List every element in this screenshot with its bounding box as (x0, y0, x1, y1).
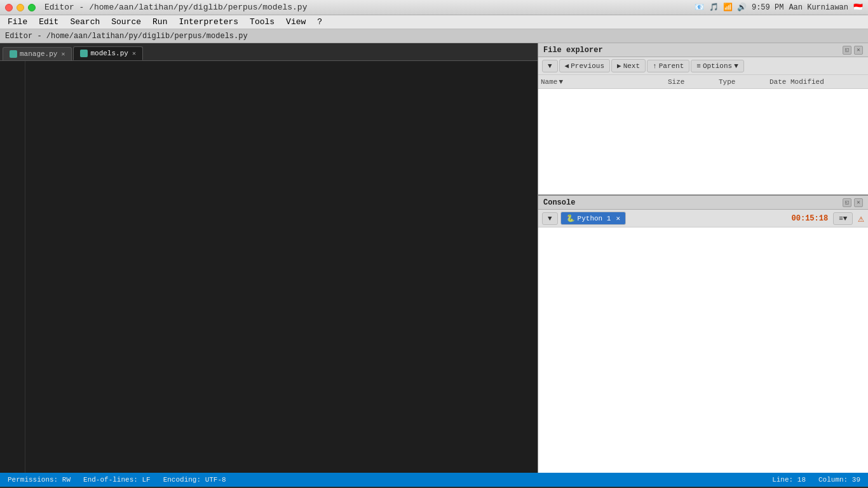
file-table-header: Name ▼ Size Type Date Modified (538, 75, 868, 89)
previous-arrow-icon: ◀ (565, 62, 569, 70)
close-button[interactable] (5, 4, 13, 11)
options-chevron-icon: ▼ (734, 62, 738, 70)
fe-restore-btn[interactable]: ◱ (843, 46, 851, 55)
options-icon: ≡ (696, 62, 701, 70)
menu-help[interactable]: ? (312, 16, 327, 28)
tab-models-py[interactable]: models.py ✕ (73, 46, 142, 60)
options-button[interactable]: ≡ Options ▼ (691, 60, 743, 72)
menu-bar: File Edit Search Source Run Interpreters… (0, 15, 868, 29)
col-date: Date Modified (770, 78, 865, 86)
file-explorer-title: File explorer (543, 46, 603, 55)
tab-manage-py[interactable]: manage.py ✕ (3, 47, 72, 60)
tab-manage-py-label: manage.py (20, 50, 57, 58)
editor-path-label: Editor - /home/aan/latihan/py/diglib/per… (5, 32, 248, 41)
editor-section: manage.py ✕ models.py ✕ (0, 43, 538, 473)
next-arrow-icon: ▶ (617, 62, 621, 70)
python-tab-label: Python 1 (578, 215, 611, 222)
file-table: Name ▼ Size Type Date Modified (538, 75, 868, 194)
next-label: Next (623, 62, 640, 70)
menu-source[interactable]: Source (106, 16, 146, 28)
console-restore-btn[interactable]: ◱ (843, 198, 851, 207)
tabs-bar: manage.py ✕ models.py ✕ (0, 43, 538, 61)
console-warning-icon: ⚠ (858, 212, 864, 225)
file-explorer-toolbar: ▼ ◀ Previous ▶ Next ↑ Parent ≡ Options ▼ (538, 57, 868, 75)
status-encoding: Encoding: UTF-8 (163, 476, 226, 484)
system-icons: 📧 🎵 📶 🔊 (695, 3, 747, 12)
tab-manage-py-close[interactable]: ✕ (61, 50, 65, 58)
editor-path: Editor - /home/aan/latihan/py/diglib/per… (0, 29, 868, 43)
col-size: Size (668, 78, 719, 86)
menu-interpreters[interactable]: Interpreters (173, 16, 243, 28)
minimize-button[interactable] (17, 4, 24, 11)
console-section: Console ◱ ✕ ▼ 🐍 Python 1 ✕ 00:15:18 ≡▼ ⚠ (538, 196, 868, 473)
tab-models-py-label: models.py (90, 50, 128, 57)
tab-models-py-close[interactable]: ✕ (132, 50, 136, 57)
col-name: Name ▼ (541, 78, 668, 86)
next-button[interactable]: ▶ Next (611, 59, 646, 72)
status-permissions: Permissions: RW (8, 476, 71, 484)
titlebar: Editor - /home/aan/latihan/py/diglib/per… (0, 0, 868, 15)
main-area: manage.py ✕ models.py ✕ File explorer ◱ … (0, 43, 868, 473)
status-column: Column: 39 (818, 476, 860, 484)
console-title: Console (543, 198, 575, 207)
system-user: Aan Kurniawan (789, 3, 848, 12)
fe-dropdown-btn[interactable]: ▼ (542, 60, 558, 72)
col-type: Type (719, 78, 770, 86)
file-explorer: File explorer ◱ ✕ ▼ ◀ Previous ▶ Next ↑ (538, 43, 868, 196)
status-eol: End-of-lines: LF (83, 476, 151, 484)
parent-arrow-icon: ↑ (653, 62, 657, 70)
console-toolbar: ▼ 🐍 Python 1 ✕ 00:15:18 ≡▼ ⚠ (538, 210, 868, 227)
parent-button[interactable]: ↑ Parent (647, 60, 689, 72)
console-time: 00:15:18 (792, 214, 829, 223)
menu-file[interactable]: File (3, 16, 32, 28)
console-close-btn[interactable]: ✕ (854, 198, 863, 207)
console-dropdown-btn[interactable]: ▼ (542, 212, 558, 225)
python-tab[interactable]: 🐍 Python 1 ✕ (560, 212, 626, 225)
menu-run[interactable]: Run (147, 16, 172, 28)
previous-button[interactable]: ◀ Previous (559, 59, 610, 72)
flag-icon: 🇮🇩 (853, 3, 863, 12)
status-line: Line: 18 (772, 476, 806, 484)
maximize-button[interactable] (28, 4, 36, 11)
console-settings-btn[interactable]: ≡▼ (833, 212, 853, 225)
parent-label: Parent (659, 62, 684, 70)
code-content[interactable] (25, 61, 538, 473)
console-output[interactable] (538, 227, 868, 473)
menu-edit[interactable]: Edit (34, 16, 64, 28)
right-panel: File explorer ◱ ✕ ▼ ◀ Previous ▶ Next ↑ (538, 43, 868, 473)
python-icon: 🐍 (566, 214, 575, 222)
console-titlebar: Console ◱ ✕ (538, 196, 868, 210)
window-title: Editor - /home/aan/latihan/py/diglib/per… (44, 3, 307, 12)
previous-label: Previous (571, 62, 604, 70)
system-time: 9:59 PM (752, 3, 783, 12)
menu-view[interactable]: View (281, 16, 311, 28)
python-tab-close[interactable]: ✕ (616, 214, 620, 222)
options-label: Options (703, 62, 732, 70)
statusbar: Permissions: RW End-of-lines: LF Encodin… (0, 473, 868, 487)
file-explorer-titlebar: File explorer ◱ ✕ (538, 43, 868, 57)
code-editor (0, 61, 538, 473)
menu-search[interactable]: Search (65, 16, 105, 28)
fe-close-btn[interactable]: ✕ (854, 46, 863, 55)
line-numbers (0, 61, 25, 473)
menu-tools[interactable]: Tools (245, 16, 280, 28)
